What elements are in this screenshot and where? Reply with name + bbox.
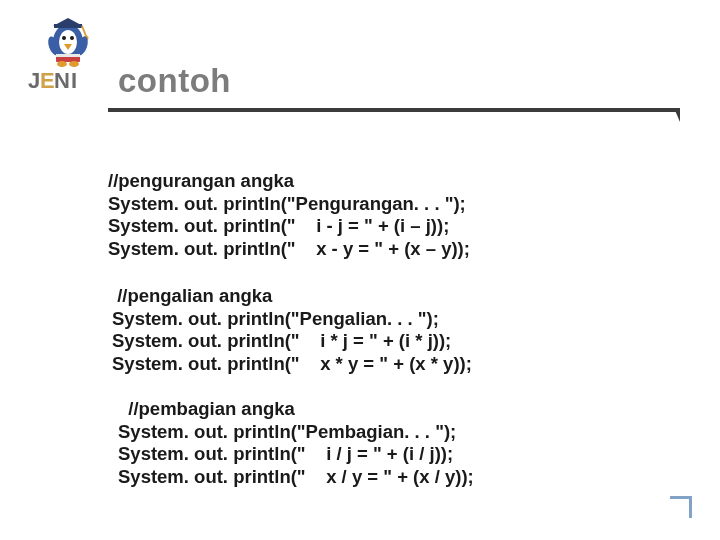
code-line: //pengalian angka <box>112 285 272 306</box>
code-block-multiplication: //pengalian angka System. out. println("… <box>112 285 472 375</box>
code-line: System. out. println(" x / y = " + (x / … <box>118 466 474 487</box>
svg-rect-3 <box>54 24 82 28</box>
code-line: System. out. println(" x - y = " + (x – … <box>108 238 470 259</box>
slide: J E N I contoh //pengurangan angka Syste… <box>0 0 720 540</box>
svg-text:J: J <box>28 68 40 93</box>
svg-point-7 <box>62 36 66 40</box>
code-line: System. out. println(" i / j = " + (i / … <box>118 443 453 464</box>
svg-point-13 <box>57 61 67 67</box>
svg-text:N: N <box>54 68 70 93</box>
slide-title: contoh <box>118 62 231 100</box>
code-line: System. out. println(" x * y = " + (x * … <box>112 353 472 374</box>
code-line: //pengurangan angka <box>108 170 294 191</box>
title-underline <box>108 108 678 112</box>
svg-text:E: E <box>40 68 55 93</box>
svg-text:I: I <box>71 68 77 93</box>
svg-point-1 <box>59 30 77 54</box>
code-line: System. out. println("Pengurangan. . . "… <box>108 193 466 214</box>
svg-point-14 <box>69 61 79 67</box>
code-line: //pembagian angka <box>118 398 295 419</box>
corner-accent-icon <box>670 496 692 518</box>
svg-line-4 <box>82 26 86 36</box>
svg-point-8 <box>70 36 74 40</box>
code-block-division: //pembagian angka System. out. println("… <box>118 398 474 488</box>
jeni-logo: J E N I <box>20 14 110 109</box>
code-line: System. out. println(" i * j = " + (i * … <box>112 330 451 351</box>
code-line: System. out. println("Pengalian. . . "); <box>112 308 439 329</box>
svg-rect-12 <box>56 54 80 57</box>
code-block-subtraction: //pengurangan angka System. out. println… <box>108 170 470 260</box>
code-line: System. out. println("Pembagian. . . "); <box>118 421 456 442</box>
code-line: System. out. println(" i - j = " + (i – … <box>108 215 449 236</box>
